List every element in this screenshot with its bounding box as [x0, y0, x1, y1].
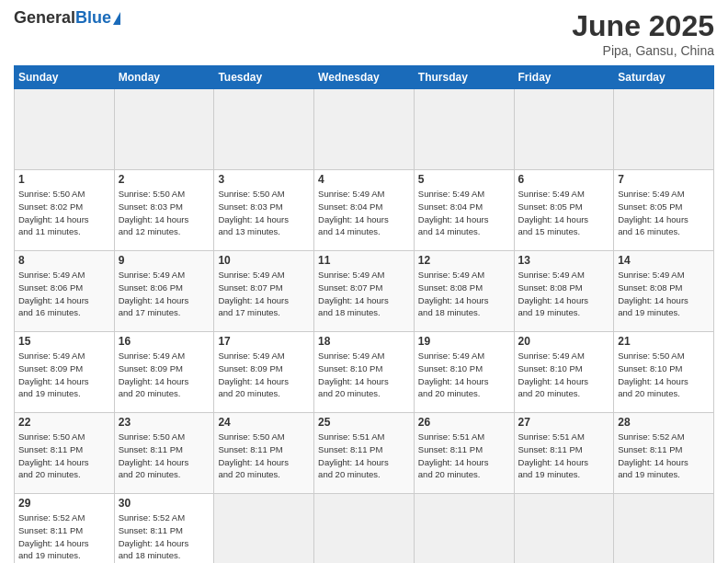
calendar-cell: 15Sunrise: 5:49 AM Sunset: 8:09 PM Dayli… — [15, 332, 115, 413]
calendar-cell — [614, 89, 714, 170]
day-info: Sunrise: 5:49 AM Sunset: 8:10 PM Dayligh… — [518, 350, 610, 400]
day-number: 12 — [418, 254, 510, 267]
day-info: Sunrise: 5:49 AM Sunset: 8:07 PM Dayligh… — [218, 269, 310, 319]
calendar-cell — [514, 89, 614, 170]
calendar-cell: 24Sunrise: 5:50 AM Sunset: 8:11 PM Dayli… — [214, 413, 314, 494]
calendar-cell: 5Sunrise: 5:49 AM Sunset: 8:04 PM Daylig… — [414, 170, 514, 251]
calendar-cell: 9Sunrise: 5:49 AM Sunset: 8:06 PM Daylig… — [114, 251, 214, 332]
calendar-cell — [114, 89, 214, 170]
day-info: Sunrise: 5:52 AM Sunset: 8:11 PM Dayligh… — [119, 511, 210, 562]
calendar-table: SundayMondayTuesdayWednesdayThursdayFrid… — [14, 65, 714, 563]
day-info: Sunrise: 5:51 AM Sunset: 8:11 PM Dayligh… — [418, 431, 510, 481]
weekday-header: Wednesday — [314, 66, 415, 89]
day-number: 23 — [119, 416, 210, 429]
day-number: 6 — [518, 173, 610, 186]
calendar-cell: 30Sunrise: 5:52 AM Sunset: 8:11 PM Dayli… — [114, 494, 214, 564]
calendar-cell: 22Sunrise: 5:50 AM Sunset: 8:11 PM Dayli… — [15, 413, 115, 494]
day-number: 10 — [218, 254, 310, 267]
calendar-cell: 27Sunrise: 5:51 AM Sunset: 8:11 PM Dayli… — [514, 413, 614, 494]
calendar-cell: 8Sunrise: 5:49 AM Sunset: 8:06 PM Daylig… — [15, 251, 115, 332]
day-number: 9 — [119, 254, 210, 267]
day-info: Sunrise: 5:49 AM Sunset: 8:05 PM Dayligh… — [518, 188, 610, 238]
calendar-cell — [214, 89, 314, 170]
day-info: Sunrise: 5:49 AM Sunset: 8:10 PM Dayligh… — [318, 350, 410, 400]
logo-general: GeneralBlue — [14, 9, 111, 28]
calendar-cell — [614, 494, 714, 564]
day-number: 16 — [119, 335, 210, 348]
day-number: 1 — [18, 173, 110, 186]
day-number: 15 — [18, 335, 110, 348]
calendar-cell: 11Sunrise: 5:49 AM Sunset: 8:07 PM Dayli… — [314, 251, 415, 332]
day-info: Sunrise: 5:49 AM Sunset: 8:09 PM Dayligh… — [18, 350, 110, 400]
day-number: 29 — [18, 497, 110, 510]
day-number: 28 — [618, 416, 710, 429]
day-info: Sunrise: 5:49 AM Sunset: 8:06 PM Dayligh… — [119, 269, 210, 319]
day-number: 17 — [218, 335, 310, 348]
day-info: Sunrise: 5:50 AM Sunset: 8:03 PM Dayligh… — [119, 188, 210, 238]
logo-triangle-icon — [113, 12, 120, 25]
day-number: 13 — [518, 254, 610, 267]
day-info: Sunrise: 5:49 AM Sunset: 8:07 PM Dayligh… — [318, 269, 410, 319]
calendar-cell: 10Sunrise: 5:49 AM Sunset: 8:07 PM Dayli… — [214, 251, 314, 332]
day-info: Sunrise: 5:50 AM Sunset: 8:11 PM Dayligh… — [18, 431, 110, 481]
day-number: 24 — [218, 416, 310, 429]
day-info: Sunrise: 5:50 AM Sunset: 8:10 PM Dayligh… — [618, 350, 710, 400]
title-block: June 2025 Pipa, Gansu, China — [572, 9, 714, 58]
page: GeneralBlue June 2025 Pipa, Gansu, China… — [0, 0, 728, 563]
day-number: 11 — [318, 254, 410, 267]
day-number: 30 — [119, 497, 210, 510]
calendar-cell — [214, 494, 314, 564]
day-info: Sunrise: 5:50 AM Sunset: 8:03 PM Dayligh… — [218, 188, 310, 238]
day-number: 25 — [318, 416, 410, 429]
calendar-cell: 6Sunrise: 5:49 AM Sunset: 8:05 PM Daylig… — [514, 170, 614, 251]
calendar-cell: 16Sunrise: 5:49 AM Sunset: 8:09 PM Dayli… — [114, 332, 214, 413]
calendar-cell: 14Sunrise: 5:49 AM Sunset: 8:08 PM Dayli… — [614, 251, 714, 332]
calendar-cell: 29Sunrise: 5:52 AM Sunset: 8:11 PM Dayli… — [15, 494, 115, 564]
calendar-cell — [414, 494, 514, 564]
calendar-cell: 2Sunrise: 5:50 AM Sunset: 8:03 PM Daylig… — [114, 170, 214, 251]
day-number: 2 — [119, 173, 210, 186]
day-info: Sunrise: 5:49 AM Sunset: 8:09 PM Dayligh… — [119, 350, 210, 400]
calendar-cell — [314, 494, 415, 564]
day-info: Sunrise: 5:52 AM Sunset: 8:11 PM Dayligh… — [618, 431, 710, 481]
day-number: 19 — [418, 335, 510, 348]
calendar-cell: 18Sunrise: 5:49 AM Sunset: 8:10 PM Dayli… — [314, 332, 415, 413]
day-number: 8 — [18, 254, 110, 267]
day-info: Sunrise: 5:49 AM Sunset: 8:08 PM Dayligh… — [518, 269, 610, 319]
weekday-header: Tuesday — [214, 66, 314, 89]
day-number: 14 — [618, 254, 710, 267]
day-info: Sunrise: 5:52 AM Sunset: 8:11 PM Dayligh… — [18, 511, 110, 562]
calendar-cell — [514, 494, 614, 564]
day-number: 7 — [618, 173, 710, 186]
logo: GeneralBlue — [14, 9, 120, 28]
calendar-cell: 13Sunrise: 5:49 AM Sunset: 8:08 PM Dayli… — [514, 251, 614, 332]
calendar-cell: 28Sunrise: 5:52 AM Sunset: 8:11 PM Dayli… — [614, 413, 714, 494]
calendar-cell — [15, 89, 115, 170]
day-info: Sunrise: 5:49 AM Sunset: 8:06 PM Dayligh… — [18, 269, 110, 319]
day-info: Sunrise: 5:51 AM Sunset: 8:11 PM Dayligh… — [518, 431, 610, 481]
weekday-header: Saturday — [614, 66, 714, 89]
calendar-cell — [414, 89, 514, 170]
calendar-cell: 17Sunrise: 5:49 AM Sunset: 8:09 PM Dayli… — [214, 332, 314, 413]
calendar-cell: 26Sunrise: 5:51 AM Sunset: 8:11 PM Dayli… — [414, 413, 514, 494]
calendar-subtitle: Pipa, Gansu, China — [572, 43, 714, 58]
day-number: 5 — [418, 173, 510, 186]
calendar-cell: 3Sunrise: 5:50 AM Sunset: 8:03 PM Daylig… — [214, 170, 314, 251]
calendar-cell: 7Sunrise: 5:49 AM Sunset: 8:05 PM Daylig… — [614, 170, 714, 251]
calendar-cell: 4Sunrise: 5:49 AM Sunset: 8:04 PM Daylig… — [314, 170, 415, 251]
weekday-header: Friday — [514, 66, 614, 89]
day-info: Sunrise: 5:49 AM Sunset: 8:04 PM Dayligh… — [318, 188, 410, 238]
day-info: Sunrise: 5:50 AM Sunset: 8:11 PM Dayligh… — [218, 431, 310, 481]
calendar-cell: 20Sunrise: 5:49 AM Sunset: 8:10 PM Dayli… — [514, 332, 614, 413]
day-number: 26 — [418, 416, 510, 429]
calendar-cell: 25Sunrise: 5:51 AM Sunset: 8:11 PM Dayli… — [314, 413, 415, 494]
day-info: Sunrise: 5:49 AM Sunset: 8:04 PM Dayligh… — [418, 188, 510, 238]
day-number: 22 — [18, 416, 110, 429]
calendar-cell: 21Sunrise: 5:50 AM Sunset: 8:10 PM Dayli… — [614, 332, 714, 413]
day-number: 3 — [218, 173, 310, 186]
calendar-cell: 12Sunrise: 5:49 AM Sunset: 8:08 PM Dayli… — [414, 251, 514, 332]
day-number: 18 — [318, 335, 410, 348]
day-info: Sunrise: 5:50 AM Sunset: 8:11 PM Dayligh… — [119, 431, 210, 481]
day-number: 20 — [518, 335, 610, 348]
day-info: Sunrise: 5:49 AM Sunset: 8:08 PM Dayligh… — [618, 269, 710, 319]
